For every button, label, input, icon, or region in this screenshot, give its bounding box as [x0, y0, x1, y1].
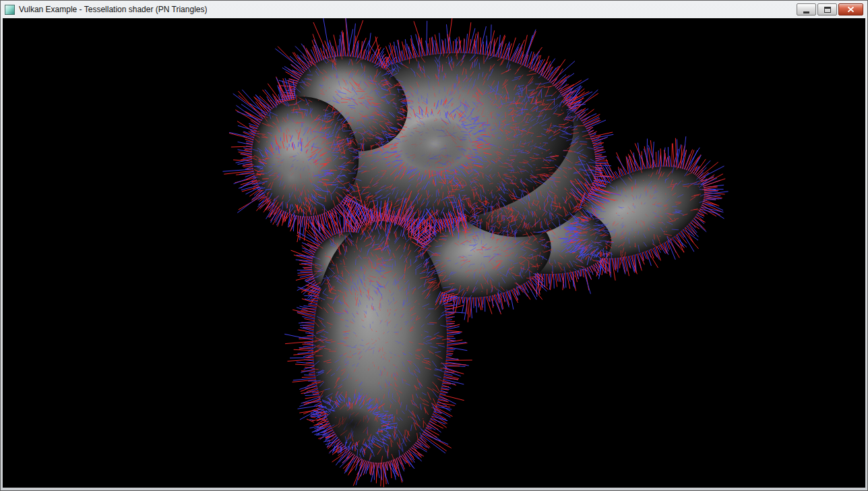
app-window: Vulkan Example - Tessellation shader (PN…	[0, 0, 868, 491]
maximize-button[interactable]	[817, 3, 837, 16]
maximize-icon	[824, 7, 831, 13]
app-icon	[5, 5, 15, 15]
window-title: Vulkan Example - Tessellation shader (PN…	[19, 5, 207, 14]
titlebar[interactable]: Vulkan Example - Tessellation shader (PN…	[3, 1, 865, 18]
close-button[interactable]	[838, 3, 863, 16]
render-viewport[interactable]	[3, 18, 865, 488]
window-controls	[797, 3, 863, 16]
minimize-button[interactable]	[797, 3, 816, 16]
close-icon	[847, 6, 855, 13]
minimize-icon	[803, 11, 809, 13]
